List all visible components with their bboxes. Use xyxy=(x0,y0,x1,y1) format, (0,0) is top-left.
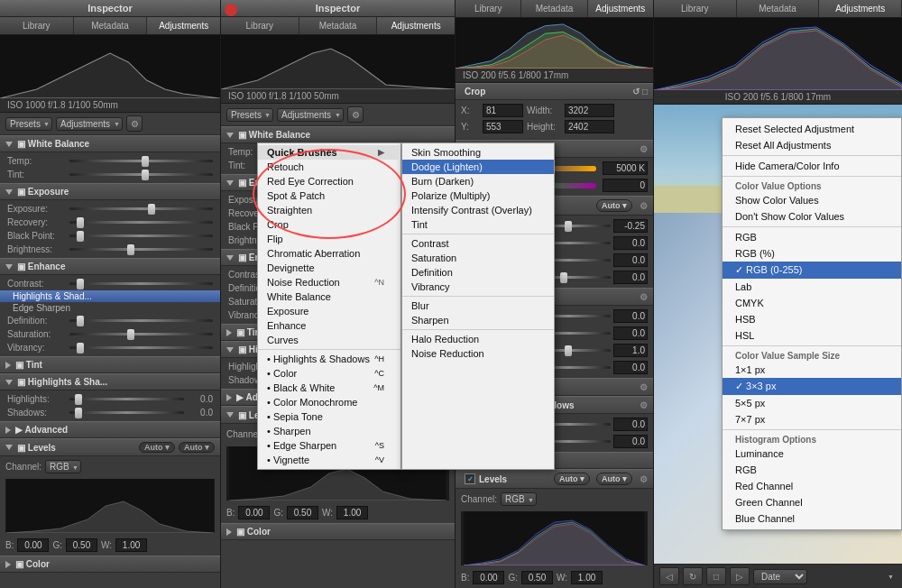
mid-tab-adjustments[interactable]: Adjustments xyxy=(377,17,455,34)
tool-btn-4[interactable]: ▷ xyxy=(730,567,750,585)
ctx-7px[interactable]: 7×7 px xyxy=(723,411,901,427)
ctx-rgb-255[interactable]: ✓ RGB (0-255) xyxy=(723,262,901,279)
right-bright-input[interactable] xyxy=(613,271,648,284)
mid-close-button[interactable] xyxy=(225,4,237,16)
ctx-hide-camera[interactable]: Hide Camera/Color Info xyxy=(723,158,901,174)
sub-sharpen[interactable]: Sharpen xyxy=(402,313,554,327)
left-gear-button[interactable]: ⚙ xyxy=(126,115,143,132)
left-bright-track[interactable] xyxy=(69,248,213,251)
mid-color-header[interactable]: ▣ Color xyxy=(221,523,455,540)
left-highlights-shadows-item[interactable]: Highlights & Shad... xyxy=(0,290,220,302)
ctx-green-channel[interactable]: Green Channel xyxy=(723,494,901,510)
dd-chromatic[interactable]: Chromatic Aberration xyxy=(258,246,400,261)
right-hi-input[interactable] xyxy=(613,418,648,431)
left-adjustments-select[interactable]: Adjustments xyxy=(56,117,123,131)
mid-wb-header[interactable]: ▣ White Balance xyxy=(221,126,455,143)
left-sat-track[interactable] xyxy=(69,333,213,335)
sub-vibrancy[interactable]: Vibrancy xyxy=(402,280,554,294)
right-crop-header[interactable]: Crop ↺ □ xyxy=(456,83,653,100)
dd-sepia[interactable]: • Sepia Tone xyxy=(258,409,400,424)
dd-hs[interactable]: • Highlights & Shadows ^H xyxy=(258,352,400,366)
sub-intensify[interactable]: Intensify Contrast (Overlay) xyxy=(402,203,554,217)
mid-g-input[interactable] xyxy=(287,506,318,519)
right-bp-input[interactable] xyxy=(613,253,648,267)
left-def-track[interactable] xyxy=(69,319,213,322)
ctx-blue-channel[interactable]: Blue Channel xyxy=(723,510,901,527)
mid-tab-library[interactable]: Library xyxy=(221,17,299,34)
sub-definition[interactable]: Definition xyxy=(402,265,554,280)
ctx-show-color[interactable]: Show Color Values xyxy=(723,192,901,208)
right-levels-auto2[interactable]: Auto ▾ xyxy=(596,473,632,485)
ctx-5px[interactable]: 5×5 px xyxy=(723,395,901,411)
left-vib-track[interactable] xyxy=(69,346,213,349)
right-def-input[interactable] xyxy=(613,326,648,340)
left-sh-track[interactable] xyxy=(69,411,184,414)
right-g-input[interactable] xyxy=(521,571,553,584)
mid-b-input[interactable] xyxy=(238,506,270,519)
right-sh-input[interactable] xyxy=(613,435,648,448)
left-exposure-header[interactable]: ▣ Exposure xyxy=(0,183,220,200)
right-x-input[interactable] xyxy=(483,104,523,117)
sub-polarize[interactable]: Polarize (Multiply) xyxy=(402,188,554,203)
dd-red-eye[interactable]: Red Eye Correction xyxy=(258,174,400,188)
left-tab-metadata[interactable]: Metadata xyxy=(74,17,148,34)
ctx-rgb[interactable]: RGB xyxy=(723,229,901,245)
left-exp-track[interactable] xyxy=(69,207,213,210)
dd-sharpen[interactable]: • Sharpen xyxy=(258,424,400,438)
left-tint-header[interactable]: ▣ Tint xyxy=(0,356,220,373)
mid-tab-metadata[interactable]: Metadata xyxy=(299,17,378,34)
right-wb-gear[interactable]: ⚙ xyxy=(640,144,648,154)
right-rec-input[interactable] xyxy=(613,236,648,250)
left-bp-track[interactable] xyxy=(69,234,213,237)
dd-devignette[interactable]: Devignette xyxy=(258,261,400,275)
right-hs-gear[interactable]: ⚙ xyxy=(640,400,648,410)
dd-flip[interactable]: Flip xyxy=(258,232,400,246)
sub-skin-smooth[interactable]: Skin Smoothing xyxy=(402,145,554,160)
dd-straighten[interactable]: Straighten xyxy=(258,203,400,217)
far-date-select[interactable]: Date xyxy=(753,569,807,584)
tool-btn-3[interactable]: □ xyxy=(706,567,726,585)
right-y-input[interactable] xyxy=(483,120,523,133)
left-con-track[interactable] xyxy=(69,282,213,285)
dd-white-bal[interactable]: White Balance xyxy=(258,289,400,304)
right-exp-input[interactable] xyxy=(613,219,648,233)
right-tab-library[interactable]: Library xyxy=(456,0,521,17)
right-levels-header[interactable]: ✓ Levels Auto ▾ Auto ▾ ⚙ xyxy=(456,469,653,489)
right-enh-gear[interactable]: ⚙ xyxy=(640,292,648,302)
ctx-red-channel[interactable]: Red Channel xyxy=(723,478,901,494)
left-tab-adjustments[interactable]: Adjustments xyxy=(147,17,220,34)
left-edge-sharpen-item[interactable]: Edge Sharpen xyxy=(0,302,220,314)
right-temp-input[interactable] xyxy=(603,161,648,175)
left-tab-library[interactable]: Library xyxy=(0,17,74,34)
sub-noise[interactable]: Noise Reduction xyxy=(402,346,554,361)
sub-burn[interactable]: Burn (Darken) xyxy=(402,174,554,188)
left-g-input[interactable] xyxy=(66,538,97,552)
left-rec-track[interactable] xyxy=(69,221,213,224)
right-tint-input[interactable] xyxy=(603,179,648,192)
right-exp-auto[interactable]: Auto ▾ xyxy=(596,199,632,212)
dd-retouch[interactable]: Retouch xyxy=(258,160,400,174)
left-w-input[interactable] xyxy=(115,538,147,552)
ctx-1px[interactable]: 1×1 px xyxy=(723,362,901,378)
left-hs-header[interactable]: ▣ Highlights & Sha... xyxy=(0,373,220,390)
sub-blur[interactable]: Blur xyxy=(402,299,554,313)
right-exp-gear[interactable]: ⚙ xyxy=(640,201,648,211)
tool-btn-2[interactable]: ↻ xyxy=(683,567,703,585)
mid-gear-button[interactable]: ⚙ xyxy=(347,106,364,123)
dd-bw[interactable]: • Black & White ^M xyxy=(258,381,400,395)
left-hi-track[interactable] xyxy=(69,398,184,400)
left-white-balance-header[interactable]: ▣ White Balance xyxy=(0,135,220,152)
right-con-input[interactable] xyxy=(613,309,648,323)
right-levels-checkbox[interactable]: ✓ xyxy=(465,473,475,484)
ctx-reset-all[interactable]: Reset All Adjustments xyxy=(723,137,901,153)
dd-crop[interactable]: Crop xyxy=(258,217,400,232)
far-tab-adjustments[interactable]: Adjustments xyxy=(819,0,902,17)
right-height-input[interactable] xyxy=(565,120,614,133)
left-levels-auto[interactable]: Auto ▾ xyxy=(139,442,175,453)
left-levels-header[interactable]: ▣ Levels Auto ▾ Auto ▾ xyxy=(0,438,220,456)
right-vib-input[interactable] xyxy=(613,361,648,374)
ctx-3px[interactable]: ✓ 3×3 px xyxy=(723,378,901,395)
dd-color-mono[interactable]: • Color Monochrome xyxy=(258,395,400,409)
left-presets-select[interactable]: Presets xyxy=(5,117,52,131)
dd-color[interactable]: • Color ^C xyxy=(258,366,400,381)
